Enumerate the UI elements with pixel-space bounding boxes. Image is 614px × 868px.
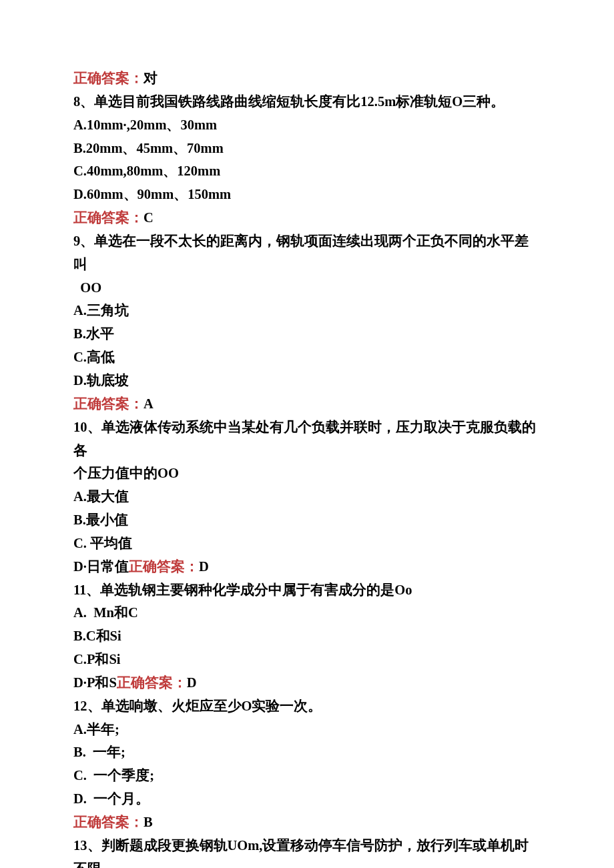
q9-answer: A: [143, 396, 154, 411]
q12-stem: 12、单选响墩、火炬应至少O实验一次。: [73, 695, 541, 718]
q11-option-a: A. Mn和C: [73, 601, 541, 624]
q9-answer-line: 正确答案：A: [73, 392, 541, 416]
q9-option-b: B.水平: [73, 322, 541, 346]
q8-option-c: C.40mm,80mm、120mm: [73, 159, 541, 183]
q11-answer: D: [187, 675, 197, 690]
answer-label: 正确答案：: [73, 815, 143, 829]
q12-option-a: A.半年;: [73, 718, 541, 741]
q10-option-b: B.最小值: [73, 508, 541, 532]
q12-answer-line: 正确答案：B: [73, 811, 541, 834]
q10-option-c: C. 平均值: [73, 532, 541, 555]
q9-stem-line1: 9、单选在一段不太长的距离内，钢轨项面连续出现两个正负不同的水平差叫: [73, 230, 541, 276]
q12-option-d: D. 一个月。: [73, 787, 541, 811]
q12-option-b: B. 一年;: [73, 741, 541, 764]
q8-option-b: B.20mm、45mm、70mm: [73, 137, 541, 160]
q8-option-d: D.60mm、90mm、150mm: [73, 183, 541, 206]
q9-stem-line2: OO: [73, 276, 541, 300]
q9-option-c: C.高低: [73, 346, 541, 369]
q10-stem-line2: 个压力值中的OO: [73, 462, 541, 485]
q8-answer-line: 正确答案：C: [73, 206, 541, 230]
q11-option-d-line: D·P和S正确答案：D: [73, 671, 541, 695]
answer-label: 正确答案：: [73, 210, 143, 225]
q11-option-c: C.P和Si: [73, 648, 541, 671]
q10-option-d-line: D·日常值正确答案：D: [73, 555, 541, 578]
document-page: 正确答案：对 8、单选目前我国铁路线路曲线缩短轨长度有比12.5m标准轨短O三种…: [0, 0, 614, 868]
q10-answer: D: [199, 559, 209, 574]
q11-stem: 11、单选轨钢主要钢种化学成分中属于有害成分的是Oo: [73, 578, 541, 602]
q7-answer-line: 正确答案：对: [73, 67, 541, 90]
answer-label: 正确答案：: [73, 396, 143, 411]
q8-stem: 8、单选目前我国铁路线路曲线缩短轨长度有比12.5m标准轨短O三种。: [73, 90, 541, 113]
q8-option-a: A.10mm·,20mm、30mm: [73, 113, 541, 137]
q12-option-c: C. 一个季度;: [73, 764, 541, 787]
q10-option-a: A.最大值: [73, 485, 541, 508]
q9-option-d: D.轨底坡: [73, 369, 541, 392]
q12-answer: B: [143, 815, 153, 829]
q11-option-d: D·P和S: [73, 675, 117, 690]
q13-stem-line1: 13、判断题成段更换钢轨UOm,设置移动停车信号防护，放行列车或单机时不限: [73, 834, 541, 868]
q9-option-a: A.三角坑: [73, 299, 541, 322]
q7-answer: 对: [143, 71, 158, 85]
answer-label: 正确答案：: [73, 71, 143, 85]
q10-stem-line1: 10、单选液体传动系统中当某处有几个负载并联时，压力取决于克服负载的各: [73, 416, 541, 462]
answer-label: 正确答案：: [129, 559, 199, 574]
q11-option-b: B.C和Si: [73, 624, 541, 648]
q10-option-d: D·日常值: [73, 559, 129, 574]
answer-label: 正确答案：: [117, 675, 187, 690]
q8-answer: C: [143, 210, 154, 225]
